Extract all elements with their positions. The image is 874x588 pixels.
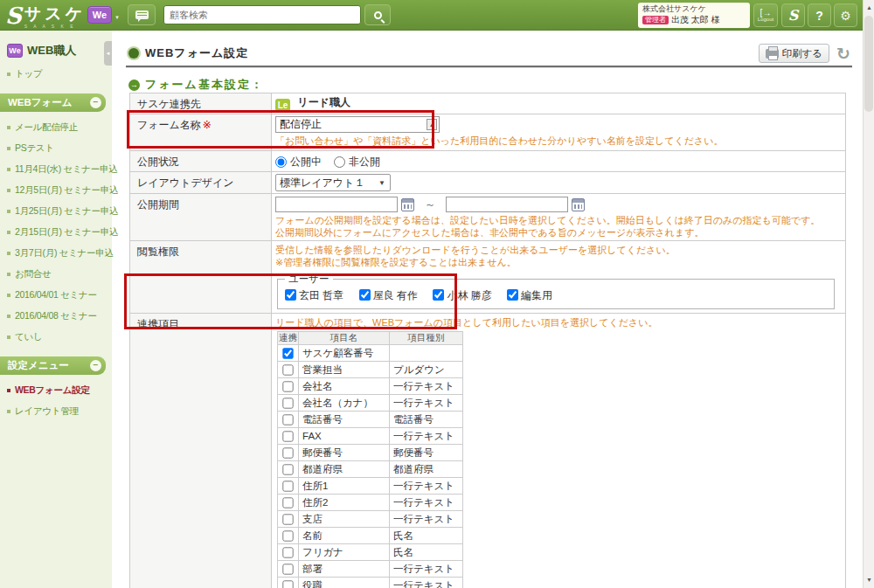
item-checkbox[interactable]: [282, 431, 293, 441]
settings-button[interactable]: ⚙: [834, 3, 857, 27]
item-checkbox[interactable]: [282, 464, 293, 474]
label-form-name: フォーム名称※: [130, 114, 272, 151]
item-checkbox[interactable]: [282, 514, 293, 524]
sidebar-item-webform-settings[interactable]: WEBフォーム設定: [0, 380, 112, 401]
sidebar-item[interactable]: 2016/04/08 セミナー: [0, 306, 112, 327]
we-app-switcher[interactable]: We: [87, 6, 112, 24]
we-app-icon: We: [7, 44, 23, 58]
scrollbar-thumb[interactable]: [864, 16, 873, 112]
user-checkbox[interactable]: 玄田 哲章: [285, 289, 343, 301]
table-row: 郵便番号郵便番号: [278, 445, 463, 461]
period-help-2: 公開期間以外にフォームにアクセスした場合は、非公開中である旨のメッセージが表示さ…: [275, 226, 842, 239]
sasuke-home-button[interactable]: S: [781, 3, 805, 27]
user-group-legend: ユーザー: [285, 273, 333, 286]
label-layout-design: レイアウトデザイン: [130, 172, 272, 194]
section-settings-menu: 設定メニュー −: [0, 356, 106, 375]
search-button[interactable]: [364, 4, 391, 25]
scroll-up-arrow[interactable]: ▲: [864, 2, 874, 14]
bullet-icon: [7, 168, 10, 171]
form-name-input[interactable]: [275, 116, 440, 133]
radio-public[interactable]: [275, 156, 287, 168]
item-checkbox[interactable]: [282, 414, 293, 425]
scroll-down-arrow[interactable]: ▼: [864, 574, 874, 586]
bullet-icon: [7, 210, 10, 213]
sidebar-item[interactable]: PSテスト: [0, 138, 112, 159]
form-name-help: 「お問い合わせ」や「資料請求」といった利用目的に合わせた分かりやすい名前を設定し…: [275, 135, 842, 147]
col-header-type: 項目種別: [390, 332, 463, 345]
item-checkbox[interactable]: [282, 547, 293, 557]
sasuke-logo[interactable]: S サスケ S A A S K E: [5, 3, 86, 29]
page-title: WEBフォーム設定: [145, 45, 248, 61]
period-separator: ～: [425, 197, 435, 212]
sidebar-item[interactable]: 12月5日(月) セミナー申込: [0, 180, 112, 201]
sidebar-item[interactable]: メール配信停止: [0, 117, 112, 138]
sidebar-item[interactable]: 2月15日(月) セミナー申込: [0, 222, 112, 243]
logout-icon: [→: [760, 9, 772, 17]
col-header-name: 項目名: [299, 332, 390, 345]
item-checkbox[interactable]: [282, 530, 293, 541]
logout-button[interactable]: [→ Logout: [753, 3, 778, 27]
item-checkbox[interactable]: [282, 481, 293, 491]
sidebar-item[interactable]: 3月7日(月) セミナー申込: [0, 243, 112, 264]
user-name: 出茂 太郎 様: [671, 14, 720, 26]
top-header: S サスケ S A A S K E We ▼ 株式会社サスケケ 管理者 出茂 太…: [0, 0, 874, 31]
item-checkbox[interactable]: [282, 497, 293, 508]
bullet-icon: [7, 273, 10, 276]
collapse-minus-icon[interactable]: −: [90, 360, 101, 371]
period-end-input[interactable]: [446, 197, 568, 212]
sidebar-item-top[interactable]: トップ: [0, 64, 112, 85]
sidebar-item[interactable]: 2016/04/01 セミナー: [0, 285, 112, 306]
col-header-link: 連携: [278, 332, 299, 345]
vertical-scrollbar[interactable]: ▲ ▼: [863, 0, 874, 588]
layout-design-select[interactable]: 標準レイアウト１ ▼: [275, 174, 391, 191]
search-input[interactable]: [163, 5, 361, 24]
permission-help-2: ※管理者権限に閲覧権限を設定することは出来ません。: [275, 256, 842, 268]
user-checkbox[interactable]: 屋良 有作: [359, 289, 418, 301]
period-start-input[interactable]: [275, 197, 398, 212]
print-button[interactable]: 印刷する: [759, 44, 830, 63]
label-sasuke-link: サスケ連携先: [130, 93, 272, 114]
label-publish-status: 公開状況: [130, 151, 272, 172]
printer-icon: [766, 49, 779, 59]
calendar-icon[interactable]: [401, 198, 414, 211]
chevron-down-icon: ▼: [378, 176, 385, 191]
user-checkbox[interactable]: 小林 勝彦: [433, 289, 491, 301]
bullet-icon: [7, 252, 10, 255]
sasuke-swoosh-icon: S: [5, 4, 22, 27]
user-checkbox[interactable]: 編集用: [507, 289, 552, 301]
label-view-permission: 閲覧権限: [130, 241, 272, 314]
item-checkbox[interactable]: [282, 398, 293, 408]
table-row: フリガナ氏名: [278, 544, 463, 561]
input-assist-icon[interactable]: ▲: [427, 119, 437, 130]
refresh-icon[interactable]: ↻: [836, 45, 850, 62]
chat-button[interactable]: [128, 4, 156, 25]
label-link-items: 連携項目: [130, 314, 272, 588]
help-button[interactable]: ?: [808, 3, 831, 27]
collapse-minus-icon[interactable]: −: [90, 97, 101, 108]
item-checkbox[interactable]: [282, 564, 293, 574]
item-checkbox[interactable]: [282, 580, 293, 588]
form-settings-table: サスケ連携先 Le リード職人 フォーム名称※ ▲ 「お問い合わせ」や「資料請求…: [129, 93, 846, 588]
item-checkbox[interactable]: [282, 447, 293, 458]
item-checkbox[interactable]: [282, 381, 293, 391]
sidebar-item[interactable]: 1月25日(月) セミナー申込: [0, 201, 112, 222]
sidebar-item-layout-management[interactable]: レイアウト管理: [0, 401, 112, 422]
item-checkbox[interactable]: [282, 348, 293, 358]
sidebar-item[interactable]: お問合せ: [0, 264, 112, 285]
page-title-dot-icon: [128, 48, 139, 59]
sidebar-collapse-handle[interactable]: ◂: [104, 41, 112, 66]
calendar-icon[interactable]: [572, 198, 585, 211]
radio-private-label[interactable]: 非公開: [349, 155, 380, 169]
table-row: 住所1一行テキスト: [278, 478, 463, 495]
link-items-table: 連携 項目名 項目種別 サスケ顧客番号 営業担当プルダウン 会社名一行テキスト …: [277, 331, 463, 588]
radio-public-label[interactable]: 公開中: [290, 155, 322, 169]
item-checkbox[interactable]: [282, 364, 293, 375]
chevron-down-icon[interactable]: ▼: [114, 15, 120, 20]
app-title: WEB職人: [27, 43, 76, 59]
radio-private[interactable]: [334, 156, 345, 168]
table-row: 役職一行テキスト: [278, 578, 463, 588]
sidebar-item[interactable]: ていし: [0, 327, 112, 348]
sidebar-item[interactable]: 11月4日(水) セミナー申込: [0, 159, 112, 180]
period-help-1: フォームの公開期間を設定する場合は、設定したい日時を選択してください。開始日もし…: [275, 214, 842, 226]
bullet-icon: [7, 336, 10, 339]
